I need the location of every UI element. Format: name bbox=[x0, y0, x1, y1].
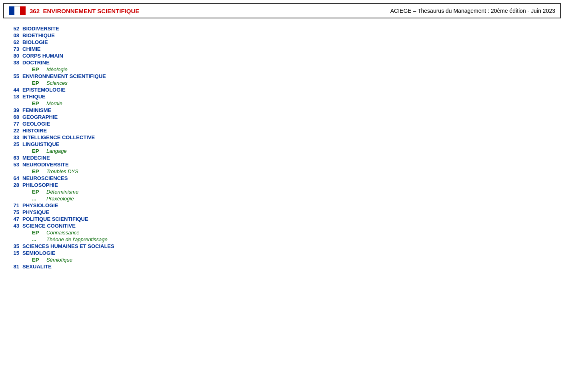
sub-entry-label: Idéologie bbox=[46, 66, 68, 72]
entry-number: 55 bbox=[8, 73, 19, 79]
sub-entry-prefix: EP bbox=[32, 257, 43, 263]
entry-number: 81 bbox=[8, 264, 19, 270]
sub-entry-prefix: EP bbox=[32, 230, 43, 236]
list-item: 63MEDECINE bbox=[8, 155, 556, 161]
list-item: 38DOCTRINE bbox=[8, 60, 556, 66]
entry-label: NEURODIVERSITE bbox=[22, 162, 69, 168]
list-item: 18ETHIQUE bbox=[8, 94, 556, 100]
sub-entry-prefix: ... bbox=[32, 196, 43, 202]
sub-entry-label: Troubles DYS bbox=[46, 168, 78, 174]
entry-label: BIOLOGIE bbox=[22, 39, 48, 45]
sub-entry: ...Praxéologie bbox=[32, 196, 556, 202]
list-item: 68GEOGRAPHIE bbox=[8, 114, 556, 120]
entry-number: 28 bbox=[8, 182, 19, 188]
list-item: 22HISTOIRE bbox=[8, 128, 556, 134]
list-item: 35SCIENCES HUMAINES ET SOCIALES bbox=[8, 243, 556, 249]
sub-entry-label: Théorie de l'apprentissage bbox=[46, 236, 108, 242]
sub-entry-prefix: EP bbox=[32, 66, 43, 72]
entry-number: 64 bbox=[8, 175, 19, 181]
entry-number: 18 bbox=[8, 94, 19, 100]
list-item: 15SEMIOLOGIE bbox=[8, 250, 556, 256]
entry-label: SCIENCES HUMAINES ET SOCIALES bbox=[22, 243, 114, 249]
entry-number: 22 bbox=[8, 128, 19, 134]
list-item: 25LINGUISTIQUE bbox=[8, 141, 556, 147]
entry-number: 15 bbox=[8, 250, 19, 256]
list-item: 44EPISTEMOLOGIE bbox=[8, 87, 556, 93]
page-header: 362 ENVIRONNEMENT SCIENTIFIQUE ACIEGE – … bbox=[3, 3, 561, 18]
sub-entry-label: Langage bbox=[46, 148, 67, 154]
entry-number: 53 bbox=[8, 162, 19, 168]
list-item: 73CHIMIE bbox=[8, 46, 556, 52]
sub-entry: EPIdéologie bbox=[32, 66, 556, 72]
entry-label: CORPS HUMAIN bbox=[22, 53, 63, 59]
entry-label: BIOETHIQUE bbox=[22, 32, 55, 38]
list-item: 08BIOETHIQUE bbox=[8, 32, 556, 38]
entry-number: 71 bbox=[8, 202, 19, 208]
sub-entry-label: Connaissance bbox=[46, 230, 79, 236]
entry-number: 80 bbox=[8, 53, 19, 59]
entry-label: PHYSIQUE bbox=[22, 209, 49, 215]
entry-label: BIODIVERSITE bbox=[22, 26, 59, 32]
entry-number: 38 bbox=[8, 60, 19, 66]
entry-label: MEDECINE bbox=[22, 155, 50, 161]
sub-entry: EPMorale bbox=[32, 100, 556, 106]
sub-entry-label: Sciences bbox=[46, 80, 68, 86]
sub-entry: EPDéterminisme bbox=[32, 189, 556, 195]
list-item: 64NEUROSCIENCES bbox=[8, 175, 556, 181]
sub-entry-label: Morale bbox=[46, 100, 62, 106]
entry-label: NEUROSCIENCES bbox=[22, 175, 68, 181]
sub-entry-prefix: EP bbox=[32, 168, 43, 174]
sub-entry-label: Déterminisme bbox=[46, 189, 78, 195]
entry-label: INTELLIGENCE COLLECTIVE bbox=[22, 134, 95, 140]
entry-label: EPISTEMOLOGIE bbox=[22, 87, 66, 93]
entry-number: 25 bbox=[8, 141, 19, 147]
section-title: 362 ENVIRONNEMENT SCIENTIFIQUE bbox=[30, 8, 139, 14]
entry-label: CHIMIE bbox=[22, 46, 41, 52]
entry-label: PHYSIOLOGIE bbox=[22, 202, 58, 208]
list-item: 53NEURODIVERSITE bbox=[8, 162, 556, 168]
entry-number: 68 bbox=[8, 114, 19, 120]
list-item: 62BIOLOGIE bbox=[8, 39, 556, 45]
list-item: 80CORPS HUMAIN bbox=[8, 53, 556, 59]
sub-entry-prefix: EP bbox=[32, 148, 43, 154]
list-item: 52BIODIVERSITE bbox=[8, 26, 556, 32]
sub-entry: EPLangage bbox=[32, 148, 556, 154]
sub-entry-label: Sémiotique bbox=[46, 257, 72, 263]
sub-entry-prefix: EP bbox=[32, 100, 43, 106]
sub-entry-prefix: EP bbox=[32, 189, 43, 195]
entry-number: 63 bbox=[8, 155, 19, 161]
list-item: 28PHILOSOPHIE bbox=[8, 182, 556, 188]
list-item: 75PHYSIQUE bbox=[8, 209, 556, 215]
entry-number: 47 bbox=[8, 216, 19, 222]
entry-number: 08 bbox=[8, 32, 19, 38]
section-name: ENVIRONNEMENT SCIENTIFIQUE bbox=[43, 8, 139, 14]
entry-number: 44 bbox=[8, 87, 19, 93]
entry-label: ENVIRONNEMENT SCIENTIFIQUE bbox=[22, 73, 106, 79]
sub-entry: EPConnaissance bbox=[32, 230, 556, 236]
list-item: 43SCIENCE COGNITIVE bbox=[8, 223, 556, 229]
list-item: 47POLITIQUE SCIENTIFIQUE bbox=[8, 216, 556, 222]
entry-label: SCIENCE COGNITIVE bbox=[22, 223, 76, 229]
entry-label: ETHIQUE bbox=[22, 94, 46, 100]
entry-label: PHILOSOPHIE bbox=[22, 182, 58, 188]
sub-entry-prefix: ... bbox=[32, 236, 43, 242]
sub-entry: ...Théorie de l'apprentissage bbox=[32, 236, 556, 242]
entry-label: GEOGRAPHIE bbox=[22, 114, 58, 120]
entries-list: 52BIODIVERSITE08BIOETHIQUE62BIOLOGIE73CH… bbox=[0, 22, 564, 274]
entry-number: 33 bbox=[8, 134, 19, 140]
entry-number: 35 bbox=[8, 243, 19, 249]
section-number: 362 bbox=[30, 8, 40, 14]
sub-entry: EPSémiotique bbox=[32, 257, 556, 263]
flag-icon bbox=[9, 6, 26, 15]
list-item: 77GEOLOGIE bbox=[8, 121, 556, 127]
list-item: 81SEXUALITE bbox=[8, 264, 556, 270]
sub-entry-label: Praxéologie bbox=[46, 196, 74, 202]
entry-number: 77 bbox=[8, 121, 19, 127]
entry-number: 39 bbox=[8, 107, 19, 113]
sub-entry-prefix: EP bbox=[32, 80, 43, 86]
entry-number: 75 bbox=[8, 209, 19, 215]
entry-label: SEXUALITE bbox=[22, 264, 52, 270]
list-item: 71PHYSIOLOGIE bbox=[8, 202, 556, 208]
entry-label: FEMINISME bbox=[22, 107, 51, 113]
entry-number: 52 bbox=[8, 26, 19, 32]
